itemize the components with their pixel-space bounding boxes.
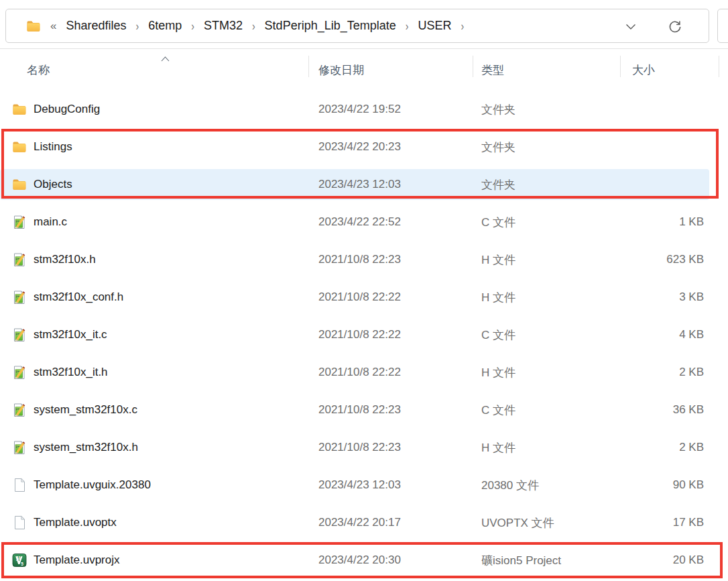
file-name: stm32f10x_conf.h (34, 290, 123, 304)
file-size: 3 KB (620, 290, 728, 304)
file-row[interactable]: µ++ stm32f10x_conf.h2021/10/8 22:22H 文件3… (0, 278, 728, 316)
file-name: Template.uvoptx (34, 516, 117, 529)
file-type: H 文件 (473, 365, 620, 380)
file-size: 4 KB (620, 328, 728, 341)
source-file-icon: µ++ (12, 403, 27, 417)
file-type: H 文件 (473, 290, 620, 305)
breadcrumb-overflow[interactable]: « (50, 19, 56, 33)
sort-ascending-icon (161, 52, 170, 65)
breadcrumb-separator[interactable]: › (406, 19, 409, 33)
file-row[interactable]: µ++ stm32f10x.h2021/10/8 22:23H 文件623 KB (0, 241, 728, 278)
file-row[interactable]: Template.uvoptx2023/4/22 20:17UVOPTX 文件1… (0, 504, 728, 541)
column-header-date-label: 修改日期 (318, 62, 364, 78)
svg-text:5: 5 (21, 562, 23, 566)
file-row[interactable]: Template.uvguix.203802023/4/23 12:032038… (0, 466, 728, 504)
file-type: C 文件 (473, 403, 620, 418)
breadcrumb-item[interactable]: STM32 (202, 16, 244, 36)
document-icon (12, 478, 27, 492)
file-row[interactable]: µ++ main.c2023/4/22 22:52C 文件1 KB (0, 203, 728, 241)
file-date-modified: 2023/4/22 19:52 (308, 103, 473, 116)
file-name: system_stm32f10x.c (34, 403, 137, 417)
file-row[interactable]: DebugConfig2023/4/22 19:52文件夹 (0, 91, 728, 128)
file-row[interactable]: Listings2023/4/22 20:23文件夹 (0, 128, 728, 166)
folder-icon (26, 19, 41, 34)
file-date-modified: 2023/4/22 20:30 (308, 553, 473, 567)
address-bar[interactable]: « Sharedfiles›6temp›STM32›StdPeriph_Lib_… (5, 9, 709, 43)
source-file-icon: µ++ (12, 327, 27, 342)
address-bar-area: « Sharedfiles›6temp›STM32›StdPeriph_Lib_… (0, 0, 728, 49)
file-name: Listings (34, 140, 72, 154)
file-name: Template.uvguix.20380 (34, 478, 151, 492)
file-type: H 文件 (473, 252, 620, 268)
breadcrumb: « Sharedfiles›6temp›STM32›StdPeriph_Lib_… (26, 16, 472, 36)
file-name: main.c (34, 215, 67, 229)
column-header-type-label: 类型 (481, 62, 504, 78)
file-date-modified: 2021/10/8 22:23 (308, 253, 473, 266)
file-type: 文件夹 (473, 140, 620, 155)
file-type: 20380 文件 (473, 478, 620, 493)
file-date-modified: 2023/4/22 22:52 (308, 215, 473, 229)
file-type: 文件夹 (473, 102, 620, 117)
file-size: 20 KB (620, 553, 728, 567)
file-type: 文件夹 (473, 177, 620, 193)
file-date-modified: 2021/10/8 22:23 (308, 403, 473, 417)
column-header-name-label: 名称 (27, 62, 50, 78)
breadcrumb-item[interactable]: USER (416, 16, 452, 36)
file-type: UVOPTX 文件 (473, 515, 620, 531)
file-list: DebugConfig2023/4/22 19:52文件夹 Listings20… (0, 91, 728, 579)
breadcrumb-item[interactable]: StdPeriph_Lib_Template (263, 16, 398, 36)
source-file-icon: µ++ (12, 365, 27, 380)
file-date-modified: 2023/4/22 20:23 (308, 140, 473, 154)
file-date-modified: 2023/4/22 20:17 (308, 516, 473, 529)
file-date-modified: 2023/4/23 12:03 (308, 178, 473, 191)
file-type: 礦ision5 Project (473, 553, 620, 568)
file-name: Objects (34, 178, 72, 191)
list-column-header: 名称 修改日期 类型 大小 (0, 50, 728, 91)
file-size: 36 KB (620, 403, 728, 417)
file-row[interactable]: Objects2023/4/23 12:03文件夹 (0, 166, 728, 203)
file-date-modified: 2021/10/8 22:22 (308, 290, 473, 304)
toolbar-separator (0, 48, 728, 49)
breadcrumb-separator[interactable]: › (252, 19, 255, 33)
source-file-icon: µ++ (12, 215, 27, 229)
file-row[interactable]: µ++ stm32f10x_it.h2021/10/8 22:22H 文件2 K… (0, 354, 728, 391)
file-name: DebugConfig (34, 103, 100, 116)
file-row[interactable]: µ++ system_stm32f10x.h2021/10/8 22:23H 文… (0, 429, 728, 466)
file-row[interactable]: µ 5Template.uvprojx2023/4/22 20:30礦ision… (0, 541, 728, 579)
svg-text:µ: µ (15, 554, 20, 561)
folder-icon (12, 177, 27, 192)
file-name: Template.uvprojx (34, 553, 120, 567)
column-end-separator (719, 56, 719, 77)
column-header-date-modified[interactable]: 修改日期 (308, 50, 473, 91)
column-header-name[interactable]: 名称 (0, 50, 308, 91)
uvision-project-icon: µ 5 (12, 553, 27, 568)
file-row[interactable]: µ++ stm32f10x_it.c2021/10/8 22:22C 文件4 K… (0, 316, 728, 354)
file-name: stm32f10x_it.h (34, 366, 108, 379)
address-bar-stub[interactable] (717, 9, 728, 43)
breadcrumb-separator[interactable]: › (136, 19, 139, 33)
source-file-icon: µ++ (12, 290, 27, 305)
breadcrumb-separator[interactable]: › (461, 19, 464, 33)
breadcrumb-item[interactable]: 6temp (147, 16, 183, 36)
folder-icon (12, 102, 27, 117)
column-header-size[interactable]: 大小 (620, 50, 728, 91)
breadcrumb-separator[interactable]: › (191, 19, 194, 33)
file-size: 90 KB (620, 478, 728, 492)
chevron-down-icon[interactable] (623, 19, 639, 35)
file-name: stm32f10x.h (34, 253, 96, 266)
file-size: 1 KB (620, 215, 728, 229)
file-name: system_stm32f10x.h (34, 441, 138, 454)
refresh-icon[interactable] (667, 19, 683, 35)
column-header-size-label: 大小 (632, 62, 655, 78)
file-type: C 文件 (473, 215, 620, 230)
source-file-icon: µ++ (12, 440, 27, 455)
column-header-type[interactable]: 类型 (473, 50, 620, 91)
file-date-modified: 2023/4/23 12:03 (308, 478, 473, 492)
file-size: 17 KB (620, 516, 728, 529)
file-row[interactable]: µ++ system_stm32f10x.c2021/10/8 22:23C 文… (0, 391, 728, 429)
file-type: C 文件 (473, 327, 620, 343)
file-type: H 文件 (473, 440, 620, 456)
source-file-icon: µ++ (12, 252, 27, 267)
file-size: 2 KB (620, 366, 728, 379)
breadcrumb-item[interactable]: Sharedfiles (64, 16, 127, 36)
